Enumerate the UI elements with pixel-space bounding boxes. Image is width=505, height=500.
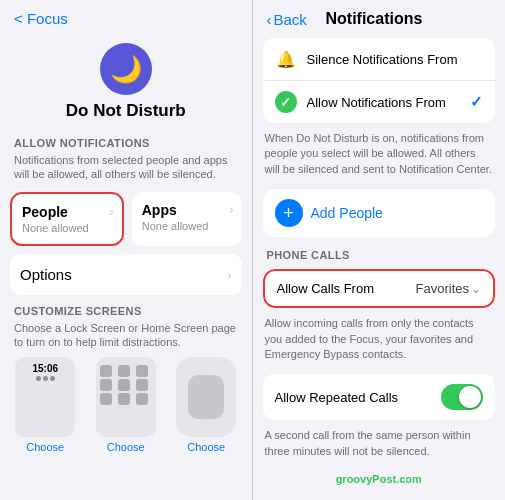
watermark: groovyPost.com (253, 467, 506, 489)
customize-screens-desc: Choose a Lock Screen or Home Screen page… (0, 321, 252, 358)
left-panel: < Focus 🌙 Do Not Disturb ALLOW NOTIFICAT… (0, 0, 252, 500)
apps-card-chevron: › (229, 202, 233, 217)
repeated-calls-toggle[interactable] (441, 384, 483, 410)
left-header: < Focus (0, 0, 252, 33)
right-panel: ‹ Back Notifications 🔔 Silence Notificat… (253, 0, 506, 500)
app-icon-7 (100, 393, 112, 405)
watch-face (188, 375, 224, 419)
dot3 (50, 376, 55, 381)
app-icon-4 (100, 379, 112, 391)
allow-row[interactable]: ✓ Allow Notifications From ✓ (263, 81, 496, 123)
lock-screen-box: 15:06 (15, 357, 75, 437)
focus-back-button[interactable]: < Focus (14, 10, 68, 27)
cards-row: › People None allowed › Apps None allowe… (0, 188, 252, 254)
app-icon-6 (136, 379, 148, 391)
repeated-calls-row: Allow Repeated Calls (263, 374, 496, 420)
chevron-down-icon: ⌄ (471, 282, 481, 296)
home-screen-box (96, 357, 156, 437)
dot1 (36, 376, 41, 381)
options-chevron: › (227, 267, 231, 282)
dnd-section: 🌙 Do Not Disturb (0, 33, 252, 129)
add-people-button[interactable]: + Add People (263, 189, 496, 237)
watermark-post: Post (372, 473, 396, 485)
home-screen-thumb[interactable]: Choose (96, 357, 156, 453)
watermark-groovy: groovy (336, 473, 373, 485)
dnd-title: Do Not Disturb (66, 101, 186, 121)
app-icon-2 (118, 365, 130, 377)
dot2 (43, 376, 48, 381)
lock-screen-label[interactable]: Choose (26, 441, 64, 453)
watermark-domain: .com (396, 473, 422, 485)
allow-checkmark: ✓ (470, 93, 483, 111)
people-card-sub: None allowed (22, 222, 112, 234)
bell-icon: 🔔 (275, 48, 297, 70)
right-header: ‹ Back Notifications (253, 0, 506, 34)
phone-calls-section-label: PHONE CALLS (253, 245, 506, 265)
calls-desc: Allow incoming calls from only the conta… (253, 314, 506, 370)
lock-screen-thumb[interactable]: 15:06 Choose (15, 357, 75, 453)
silence-label: Silence Notifications From (307, 52, 484, 67)
add-people-label: Add People (311, 205, 383, 221)
moon-icon: 🌙 (110, 54, 142, 85)
watch-screen-thumb[interactable]: Choose (176, 357, 236, 453)
add-people-plus-icon: + (275, 199, 303, 227)
toggle-knob (459, 386, 481, 408)
back-chevron-icon: ‹ (267, 11, 272, 28)
allow-calls-label: Allow Calls From (277, 281, 410, 296)
home-screen-grid (100, 365, 152, 405)
notif-desc: When Do Not Disturb is on, notifications… (253, 129, 506, 185)
dnd-icon-circle: 🌙 (100, 43, 152, 95)
watch-screen-label[interactable]: Choose (187, 441, 225, 453)
people-card[interactable]: › People None allowed (10, 192, 124, 246)
options-label: Options (20, 266, 72, 283)
allow-notifications-desc: Notifications from selected people and a… (0, 153, 252, 188)
app-icon-3 (136, 365, 148, 377)
apps-card[interactable]: › Apps None allowed (132, 192, 242, 246)
silence-row[interactable]: 🔔 Silence Notifications From (263, 38, 496, 81)
lock-screen-time: 15:06 (32, 363, 58, 374)
repeated-calls-label: Allow Repeated Calls (275, 390, 436, 405)
options-row[interactable]: Options › (10, 254, 242, 295)
app-icon-1 (100, 365, 112, 377)
customize-screens-label: CUSTOMIZE SCREENS (0, 305, 252, 321)
apps-card-sub: None allowed (142, 220, 232, 232)
notifications-back-button[interactable]: ‹ Back (267, 11, 307, 28)
watch-screen-box (176, 357, 236, 437)
allow-notifications-label: ALLOW NOTIFICATIONS (0, 129, 252, 153)
allow-label: Allow Notifications From (307, 95, 461, 110)
notifications-title: Notifications (307, 10, 441, 28)
lock-screen-dots (36, 376, 55, 381)
repeated-desc: A second call from the same person withi… (253, 426, 506, 467)
notif-options-card: 🔔 Silence Notifications From ✓ Allow Not… (263, 38, 496, 123)
back-label: Back (274, 11, 307, 28)
people-card-title: People (22, 204, 112, 220)
app-icon-8 (118, 393, 130, 405)
app-icon-5 (118, 379, 130, 391)
people-card-chevron: › (109, 204, 113, 219)
favorites-value: Favorites (416, 281, 469, 296)
screen-thumbs: 15:06 Choose (0, 357, 252, 459)
apps-card-title: Apps (142, 202, 232, 218)
home-screen-label[interactable]: Choose (107, 441, 145, 453)
app-icon-9 (136, 393, 148, 405)
check-circle-icon: ✓ (275, 91, 297, 113)
repeated-calls-card: Allow Repeated Calls (263, 374, 496, 420)
calls-options-card: Allow Calls From Favorites ⌄ (263, 269, 496, 308)
allow-calls-value: Favorites ⌄ (416, 281, 481, 296)
allow-calls-row[interactable]: Allow Calls From Favorites ⌄ (263, 269, 496, 308)
